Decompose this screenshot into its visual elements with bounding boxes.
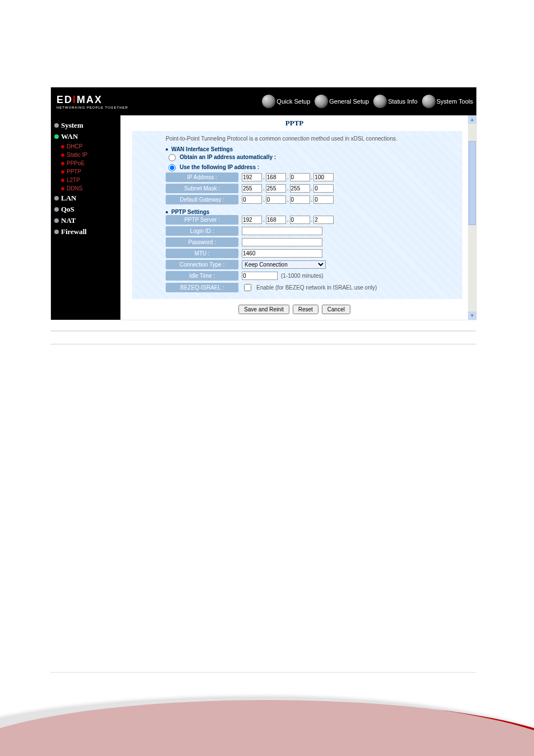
sidebar-item-lan[interactable]: LAN <box>51 193 120 204</box>
bullet-icon <box>54 230 59 234</box>
gw-octet-4[interactable] <box>313 195 334 204</box>
bullet-icon <box>54 134 59 139</box>
label-idle: Idle Time : <box>166 271 238 281</box>
bullet-icon <box>61 162 64 165</box>
nav-quick-setup[interactable]: Quick Setup <box>262 95 310 108</box>
idle-note: (1-1000 minutes) <box>281 273 324 279</box>
server-octet-3[interactable] <box>290 216 310 224</box>
nav-system-tools[interactable]: System Tools <box>422 95 473 108</box>
sidebar-item-qos[interactable]: QoS <box>51 204 120 215</box>
orb-icon <box>315 95 328 108</box>
content-pane: ▲ ▼ PPTP Point-to-Point Tunneling Protoc… <box>120 115 476 320</box>
ip-octet-3[interactable] <box>290 173 310 181</box>
mask-octet-1[interactable] <box>242 184 262 193</box>
bullet-icon <box>54 196 59 200</box>
orb-icon <box>373 95 387 108</box>
bullet-icon <box>54 218 59 223</box>
scroll-down-icon[interactable]: ▼ <box>468 311 476 320</box>
label-gateway: Default Gateway : <box>166 195 238 204</box>
intro-text: Point-to-Point Tunneling Protocol is a c… <box>166 136 429 142</box>
bezeq-note: Enable (for BEZEQ network in ISRAEL use … <box>256 284 377 291</box>
bullet-icon <box>61 145 64 148</box>
mask-octet-4[interactable] <box>313 184 334 193</box>
gw-octet-3[interactable] <box>290 195 310 204</box>
server-octet-2[interactable] <box>266 216 286 224</box>
divider <box>50 344 476 344</box>
sidebar-item-staticip[interactable]: Static IP <box>51 151 120 159</box>
bezeq-checkbox[interactable] <box>244 284 251 291</box>
top-nav: Quick Setup General Setup Status Info Sy… <box>262 95 476 108</box>
save-button[interactable]: Save and Reinit <box>238 305 289 314</box>
label-password: Password : <box>166 237 238 247</box>
divider <box>50 330 476 332</box>
reset-button[interactable]: Reset <box>293 305 318 314</box>
radio-label: Obtain an IP address automatically : <box>180 154 276 160</box>
sidebar-sub-label: Static IP <box>67 152 87 158</box>
gw-octet-1[interactable] <box>242 195 262 204</box>
login-input[interactable] <box>242 227 322 235</box>
sidebar-item-ddns[interactable]: DDNS <box>51 184 120 193</box>
idle-input[interactable] <box>242 272 278 280</box>
radio-auto-row[interactable]: Obtain an IP address automatically : <box>166 152 429 161</box>
scrollbar[interactable]: ▲ ▼ <box>468 115 476 320</box>
sidebar-sub-label: PPTP <box>67 169 81 175</box>
sidebar-label: Firewall <box>61 227 87 236</box>
orb-icon <box>262 95 275 108</box>
nav-status-info[interactable]: Status Info <box>373 95 418 108</box>
label-mtu: MTU : <box>166 249 238 258</box>
radio-static-row[interactable]: Use the following IP address : <box>166 162 429 171</box>
brand-tagline: NETWORKING PEOPLE TOGETHER <box>57 106 128 109</box>
bullet-icon <box>61 179 64 182</box>
nav-label: Status Info <box>388 98 418 105</box>
sidebar-item-pptp[interactable]: PPTP <box>51 167 120 176</box>
cancel-button[interactable]: Cancel <box>322 305 350 314</box>
mtu-input[interactable] <box>242 249 322 258</box>
label-conn-type: Connection Type : <box>166 260 238 269</box>
ip-octet-1[interactable] <box>242 173 262 181</box>
nav-label: System Tools <box>437 98 473 105</box>
bullet-icon <box>54 207 59 212</box>
sidebar-label: WAN <box>61 132 78 141</box>
brand-logo: EDIMAX NETWORKING PEOPLE TOGETHER <box>57 94 128 109</box>
footer-graphic <box>0 689 534 756</box>
sidebar-item-system[interactable]: System <box>51 120 120 131</box>
sidebar-label: QoS <box>61 205 74 214</box>
divider <box>50 672 476 673</box>
password-input[interactable] <box>242 238 322 246</box>
label-login: Login ID : <box>166 226 238 236</box>
sidebar-sub-label: PPPoE <box>67 160 85 166</box>
sidebar-sub-label: L2TP <box>67 177 80 183</box>
mask-octet-2[interactable] <box>266 184 286 193</box>
label-pptp-server: PPTP Server : <box>166 215 238 225</box>
server-octet-4[interactable] <box>313 216 334 224</box>
sidebar-item-pppoe[interactable]: PPPoE <box>51 159 120 167</box>
nav-label: Quick Setup <box>277 98 310 105</box>
orb-icon <box>422 95 435 108</box>
radio-use-static[interactable] <box>168 164 176 171</box>
sidebar-item-l2tp[interactable]: L2TP <box>51 176 120 184</box>
label-bezeq: BEZEQ-ISRAEL : <box>166 283 238 292</box>
mask-octet-3[interactable] <box>290 184 310 193</box>
label-ip: IP Address : <box>166 172 238 182</box>
sidebar-label: System <box>61 121 83 130</box>
sidebar-sub-label: DHCP <box>67 143 82 150</box>
scroll-thumb[interactable] <box>469 141 476 225</box>
ip-octet-2[interactable] <box>266 173 286 181</box>
bullet-icon <box>61 187 64 190</box>
sidebar-item-nat[interactable]: NAT <box>51 215 120 226</box>
gw-octet-2[interactable] <box>266 195 286 204</box>
sidebar-item-dhcp[interactable]: DHCP <box>51 142 120 151</box>
header-bar: EDIMAX NETWORKING PEOPLE TOGETHER Quick … <box>51 87 476 115</box>
page-title: PPTP <box>121 115 468 129</box>
ip-octet-4[interactable] <box>313 173 334 181</box>
sidebar-label: NAT <box>61 216 76 225</box>
sidebar-item-wan[interactable]: WAN <box>51 131 120 142</box>
scroll-up-icon[interactable]: ▲ <box>468 115 476 124</box>
connection-type-select[interactable]: Keep Connection <box>242 260 326 269</box>
sidebar-label: LAN <box>61 194 76 203</box>
radio-obtain-auto[interactable] <box>168 154 176 161</box>
server-octet-1[interactable] <box>242 216 262 224</box>
bullet-icon <box>54 123 59 128</box>
sidebar-item-firewall[interactable]: Firewall <box>51 226 120 237</box>
nav-general-setup[interactable]: General Setup <box>315 95 369 108</box>
